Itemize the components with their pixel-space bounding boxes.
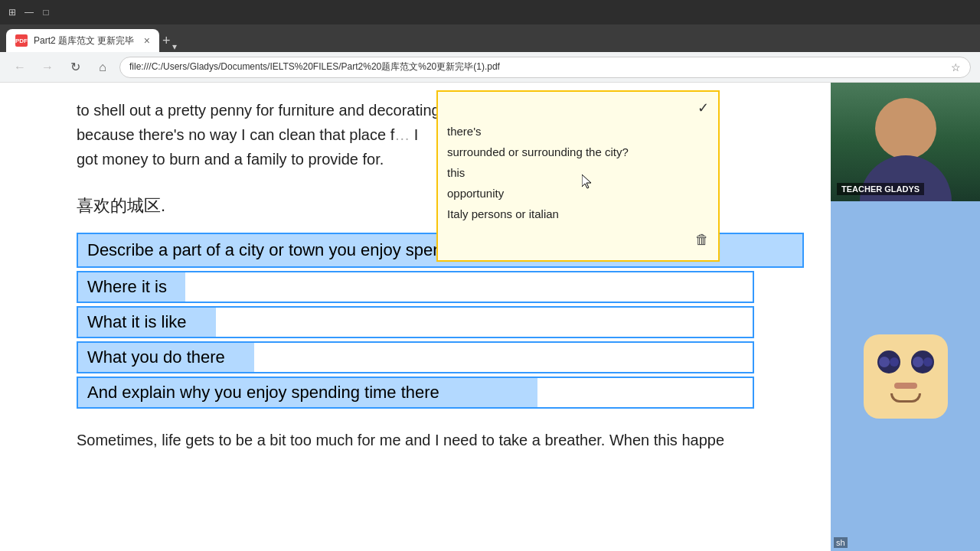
pdf-text-bottom: Sometimes, life gets to be a bit too muc… [77,432,754,449]
highlight-item-row4: And explain why you enjoy spending time … [77,377,754,409]
avatar-area [831,201,980,551]
video-panel: TEACHER GLADYS [831,83,980,551]
annotation-footer: 🗑 [447,232,709,248]
title-bar: ⊞ — □ [0,0,980,24]
tab-close-button[interactable]: × [144,34,150,47]
highlight-item3: What you do there [78,343,254,372]
annotation-line-2: surrounded or surrounding the city? [447,142,709,162]
avatar-container [864,334,948,419]
window-icon: ⊞ [6,6,18,18]
annotation-line-4: opportunity [447,183,709,204]
annotation-line-1: there's [447,121,709,142]
new-tab-button[interactable]: + [162,29,171,52]
annotation-delete-button[interactable]: 🗑 [695,232,709,248]
tab-favicon: PDF [15,34,28,47]
highlight-item-row1: Where it is [77,271,754,303]
pdf-content: to shell out a pretty penny for furnitur… [0,83,831,551]
main-area: to shell out a pretty penny for furnitur… [0,83,980,551]
highlight-item1: Where it is [78,272,185,302]
highlight-item4: And explain why you enjoy spending time … [78,378,537,407]
forward-button[interactable]: → [37,57,58,78]
avatar-eyes [877,350,934,373]
annotation-popup: ✓ there's surrounded or surrounding the … [436,90,720,262]
highlight-item-row3: What you do there [77,341,754,373]
bookmark-icon[interactable]: ☆ [951,61,961,73]
active-tab[interactable]: PDF Part2 题库范文 更新完毕 × [6,29,159,52]
annotation-text: there's surrounded or surrounding the ci… [447,121,709,224]
home-button[interactable]: ⌂ [92,57,113,78]
avatar-smile [890,393,921,403]
highlight-item-row2: What it is like [77,306,754,338]
annotation-line-5: Italy persons or italian [447,204,709,224]
address-text: file:///C:/Users/Gladys/Documents/IELTS%… [129,60,951,73]
annotation-header: ✓ [447,99,709,116]
nav-bar: ← → ↻ ⌂ file:///C:/Users/Gladys/Document… [0,52,980,83]
tab-bar: PDF Part2 题库范文 更新完毕 × + ▾ [0,24,980,52]
avatar-left-eye [877,350,900,373]
teacher-video: TEACHER GLADYS [831,83,980,201]
tab-dropdown-button[interactable]: ▾ [172,41,177,52]
avatar-right-eye [911,350,934,373]
minimize-icon[interactable]: — [23,6,35,18]
maximize-icon[interactable]: □ [40,6,52,18]
tab-title: Part2 题库范文 更新完毕 [34,34,138,47]
back-button[interactable]: ← [9,57,31,78]
teacher-label: TEACHER GLADYS [837,183,924,195]
address-bar[interactable]: file:///C:/Users/Gladys/Documents/IELTS%… [119,57,971,78]
avatar-nose [894,383,917,389]
reload-button[interactable]: ↻ [64,57,86,78]
highlight-item2: What it is like [78,308,216,337]
sh-label: sh [834,537,848,548]
annotation-check-button[interactable]: ✓ [697,99,709,116]
window-controls: ⊞ — □ [6,6,52,18]
annotation-line-3: this [447,162,709,183]
avatar-face [864,334,948,419]
avatar-mouth-area [894,383,917,389]
